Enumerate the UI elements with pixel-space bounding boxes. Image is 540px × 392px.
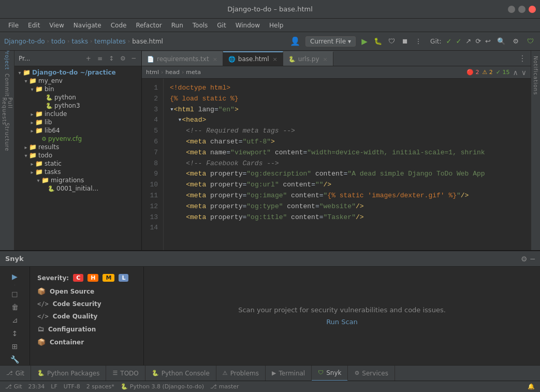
tree-item-results[interactable]: ▸ 📁 results [14, 143, 141, 151]
menu-help[interactable]: Help [265, 21, 287, 30]
search-button[interactable]: 🔍 [495, 36, 507, 47]
snyk-nav-open-source[interactable]: 📦 Open Source [30, 285, 143, 298]
tree-item-bin[interactable]: ▾ 📁 bin [14, 85, 141, 93]
expand-all-button[interactable]: ≡ [96, 54, 104, 63]
snyk-funnel-icon[interactable]: ⊿ [8, 315, 22, 326]
profile-icon[interactable]: 👤 [290, 36, 300, 46]
sidebar-structure-icon[interactable]: Structure [2, 132, 13, 143]
menu-window[interactable]: Window [231, 21, 264, 30]
tab-close-requirements[interactable]: × [213, 56, 217, 63]
tree-item-lib64[interactable]: ▸ 📁 lib64 [14, 126, 141, 135]
code-content[interactable]: <!doctype html> {% load static %} ▾<html… [164, 79, 531, 250]
stop-button[interactable]: ⏹ [399, 36, 411, 47]
tree-item-pyvenv[interactable]: ⚙ pyvenv.cfg [14, 135, 141, 143]
tab-base-html[interactable]: 🌐 base.html × [223, 51, 283, 66]
breadcrumb-tasks[interactable]: tasks [71, 38, 88, 45]
bottom-tab-problems[interactable]: ⚠ Problems [216, 366, 266, 381]
menu-refactor[interactable]: Refactor [132, 21, 166, 30]
snyk-settings-button[interactable]: ⚙ [521, 255, 528, 263]
status-line-ending[interactable]: LF [51, 383, 57, 390]
tree-item-todo[interactable]: ▾ 📁 todo [14, 151, 141, 159]
sidebar-pullreq-icon[interactable]: Pull Requests [2, 106, 13, 117]
snyk-run-icon[interactable]: ▶ [8, 271, 22, 282]
severity-low[interactable]: L [119, 274, 128, 282]
snyk-minimize-button[interactable]: ─ [531, 255, 535, 263]
maximize-button[interactable] [518, 6, 526, 13]
breadcrumb-todo[interactable]: todo [51, 38, 65, 45]
snyk-nav-configuration[interactable]: 🗂 Configuration [30, 323, 143, 336]
breadcrumb-project[interactable]: Django-to-do [4, 38, 45, 45]
sidebar-project-icon[interactable]: Project [2, 54, 13, 65]
bottom-tab-snyk[interactable]: 🛡 Snyk [312, 366, 348, 381]
severity-high[interactable]: H [87, 274, 98, 282]
tree-item-tasks[interactable]: ▸ 📁 tasks [14, 168, 141, 176]
bottom-tab-todo[interactable]: ☰ TODO [106, 366, 145, 381]
nav-down-button[interactable]: ∨ [521, 68, 527, 77]
status-branch[interactable]: ⎇ master [210, 383, 239, 390]
bottom-tab-terminal[interactable]: ▶ Terminal [266, 366, 312, 381]
tree-item-static[interactable]: ▸ 📁 static [14, 159, 141, 168]
severity-medium[interactable]: M [103, 274, 114, 282]
close-button[interactable] [529, 6, 536, 13]
debug-button[interactable]: 🐛 [372, 36, 384, 47]
tree-item-my_env[interactable]: ▾ 📁 my_env [14, 77, 141, 85]
status-indentation[interactable]: 2 spaces* [86, 383, 114, 390]
tree-item-python[interactable]: 🐍 python [14, 93, 141, 101]
more-actions[interactable]: ⋮ [413, 36, 424, 47]
status-python-version[interactable]: 🐍 Python 3.8 (Django-to-do) [121, 383, 204, 390]
bottom-tab-python-packages[interactable]: 🐍 Python Packages [31, 366, 106, 381]
code-editor[interactable]: 1 2 3 4 5 6 7 8 9 10 11 12 13 14 <!docty… [142, 79, 531, 250]
tree-item-python3[interactable]: 🐍 python3 [14, 101, 141, 110]
breadcrumb-templates[interactable]: templates [94, 38, 125, 45]
check-count[interactable]: ✓ 15 [496, 69, 510, 76]
status-git[interactable]: ⎇ Git [5, 383, 22, 390]
bottom-tab-python-console[interactable]: 🐍 Python Console [145, 366, 216, 381]
git-check2[interactable]: ✓ [454, 37, 463, 45]
tree-item-lib[interactable]: ▸ 📁 lib [14, 118, 141, 126]
settings-button[interactable]: ⚙ [510, 36, 521, 47]
snyk-sort-icon[interactable]: ↕ [8, 328, 22, 339]
snyk-nav-code-quality[interactable]: </> Code Quality [30, 310, 143, 323]
git-history[interactable]: ⟳ [474, 37, 483, 45]
tab-requirements[interactable]: 📄 requirements.txt × [142, 51, 223, 66]
tab-close-urls[interactable]: × [323, 56, 328, 63]
collapse-all-button[interactable]: ↕ [107, 54, 115, 63]
panel-close-button[interactable]: ─ [130, 54, 137, 63]
nav-up-button[interactable]: ∧ [513, 68, 518, 77]
run-button[interactable]: ▶ [359, 36, 370, 47]
snyk-nav-code-security[interactable]: </> Code Security [30, 298, 143, 310]
warning-count[interactable]: ⚠ 2 [482, 69, 492, 76]
status-notification-bell[interactable]: 🔔 [528, 383, 535, 390]
minimize-button[interactable] [508, 6, 515, 13]
menu-run[interactable]: Run [167, 21, 187, 30]
menu-edit[interactable]: Edit [24, 21, 44, 30]
notifications-label[interactable]: Notifications [533, 56, 538, 95]
snyk-filter-icon[interactable]: □ [8, 288, 22, 299]
git-push[interactable]: ↗ [464, 37, 473, 45]
bottom-tab-services[interactable]: ⚙ Services [348, 366, 395, 381]
git-undo[interactable]: ↩ [484, 37, 492, 45]
add-file-button[interactable]: + [84, 54, 93, 63]
tree-item-migrations[interactable]: ▾ 📁 migrations [14, 176, 141, 184]
tab-close-base-html[interactable]: × [273, 56, 278, 63]
menu-file[interactable]: File [4, 21, 23, 30]
snyk-nav-container[interactable]: 📦 Container [30, 336, 143, 349]
snyk-toolbar-icon[interactable]: 🛡 [524, 36, 536, 47]
menu-tools[interactable]: Tools [188, 21, 212, 30]
run-config-selector[interactable]: Current File ▾ [305, 36, 356, 47]
menu-git[interactable]: Git [213, 21, 230, 30]
snyk-run-scan-button[interactable]: Run Scan [326, 318, 358, 326]
tabs-overflow-button[interactable]: ⋮ [514, 53, 531, 63]
tab-urls[interactable]: 🐍 urls.py × [283, 51, 333, 66]
snyk-wrench-icon[interactable]: 🔧 [8, 354, 22, 365]
status-encoding[interactable]: UTF-8 [64, 383, 80, 390]
git-check1[interactable]: ✓ [444, 37, 453, 45]
tree-item-root[interactable]: ▾ 📁 Django-to-do ~/practice [14, 68, 141, 77]
snyk-expand-icon[interactable]: ⊞ [8, 341, 22, 352]
severity-critical[interactable]: C [73, 274, 83, 282]
coverage-button[interactable]: 🛡 [386, 36, 397, 47]
snyk-delete-icon[interactable]: 🗑 [8, 301, 22, 312]
tree-item-include[interactable]: ▸ 📁 include [14, 110, 141, 118]
menu-code[interactable]: Code [107, 21, 131, 30]
panel-settings-button[interactable]: ⚙ [119, 54, 127, 63]
